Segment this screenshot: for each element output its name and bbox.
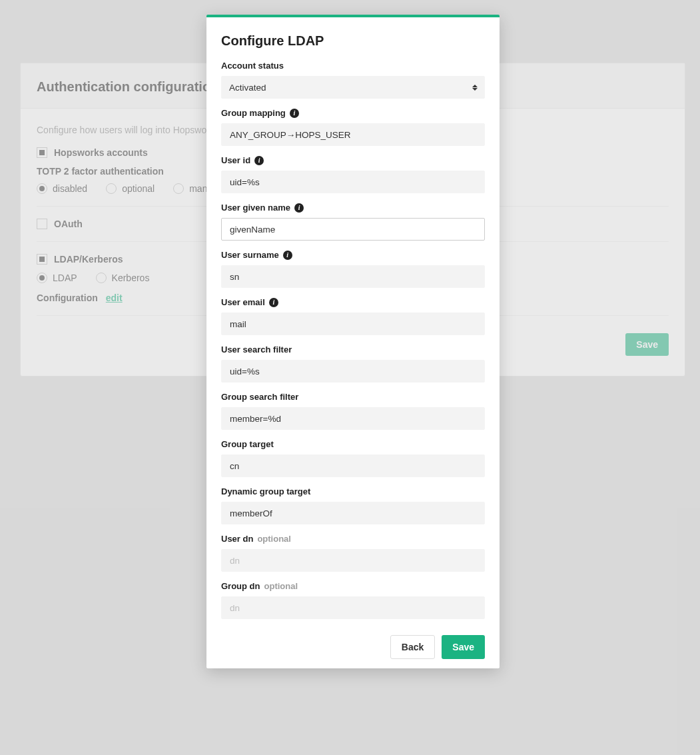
info-icon[interactable]: i bbox=[283, 251, 292, 260]
field-user-id: User id i bbox=[221, 155, 485, 193]
group-mapping-input[interactable] bbox=[221, 123, 485, 146]
info-icon[interactable]: i bbox=[269, 298, 278, 307]
field-user-surname: User surname i bbox=[221, 250, 485, 288]
info-icon[interactable]: i bbox=[290, 109, 299, 118]
field-group-dn: Group dn optional bbox=[221, 581, 485, 619]
field-user-email: User email i bbox=[221, 297, 485, 335]
modal-save-button[interactable]: Save bbox=[442, 635, 485, 659]
modal-title: Configure LDAP bbox=[221, 33, 485, 49]
configure-ldap-modal: Configure LDAP Account status Activated … bbox=[206, 15, 500, 668]
field-user-search-filter: User search filter bbox=[221, 345, 485, 382]
field-group-search-filter: Group search filter bbox=[221, 392, 485, 430]
account-status-select[interactable]: Activated bbox=[221, 76, 485, 99]
user-given-name-input[interactable] bbox=[221, 218, 485, 241]
user-dn-input[interactable] bbox=[221, 549, 485, 572]
field-group-mapping: Group mapping i bbox=[221, 108, 485, 146]
field-group-target: Group target bbox=[221, 439, 485, 477]
group-search-filter-input[interactable] bbox=[221, 407, 485, 430]
field-dynamic-group-target: Dynamic group target bbox=[221, 486, 485, 524]
group-dn-input[interactable] bbox=[221, 596, 485, 619]
dynamic-group-target-input[interactable] bbox=[221, 502, 485, 524]
user-id-input[interactable] bbox=[221, 171, 485, 193]
user-search-filter-input[interactable] bbox=[221, 360, 485, 382]
user-email-input[interactable] bbox=[221, 313, 485, 335]
field-user-dn: User dn optional bbox=[221, 534, 485, 572]
field-account-status: Account status Activated bbox=[221, 61, 485, 99]
info-icon[interactable]: i bbox=[254, 156, 264, 165]
user-surname-input[interactable] bbox=[221, 265, 485, 288]
group-target-input[interactable] bbox=[221, 454, 485, 477]
field-user-given-name: User given name i bbox=[221, 203, 485, 241]
back-button[interactable]: Back bbox=[390, 635, 435, 659]
info-icon[interactable]: i bbox=[294, 203, 304, 213]
